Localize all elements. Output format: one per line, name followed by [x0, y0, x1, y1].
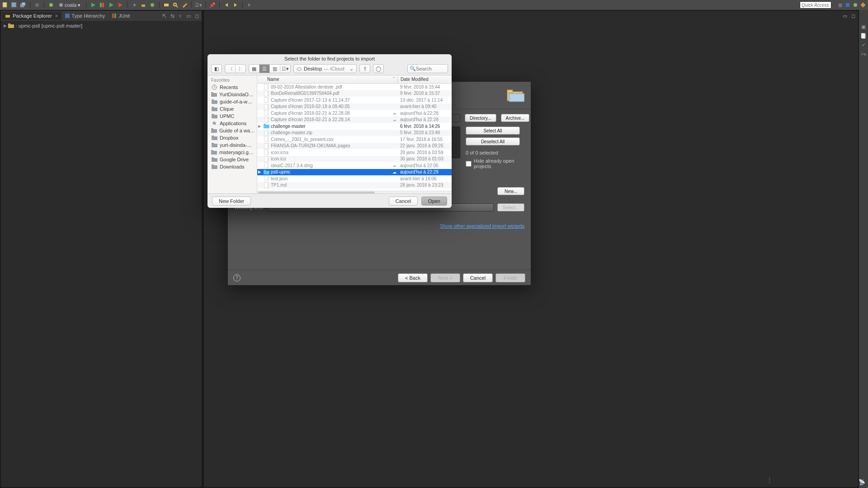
sidebar-item[interactable]: Downloads: [208, 163, 257, 170]
minimize-editor-icon[interactable]: ▭: [842, 13, 848, 19]
toggle-mark-icon[interactable]: ☰▾: [195, 2, 202, 8]
search-field[interactable]: 🔍: [407, 64, 448, 73]
link-editor-icon[interactable]: ⇆: [169, 13, 175, 19]
sidebar-item[interactable]: UPMC: [208, 113, 257, 120]
icon-view-button[interactable]: ▦: [249, 65, 259, 73]
cancel-button[interactable]: Cancel: [389, 197, 418, 206]
help-icon[interactable]: ?: [233, 274, 241, 282]
expand-arrow-icon[interactable]: ▶: [4, 23, 7, 28]
outline-icon[interactable]: 📑: [860, 33, 867, 39]
git-perspective-icon[interactable]: [860, 2, 866, 8]
date-column-header[interactable]: Date Modified: [397, 75, 452, 83]
location-popup[interactable]: Desktop — iCloud ⌄: [293, 64, 357, 73]
folder-row[interactable]: ▶challenge-master6 févr. 2018 à 14:26: [257, 123, 452, 130]
view-menu-icon[interactable]: ▿: [177, 13, 184, 19]
list-view-button[interactable]: ☰: [259, 65, 269, 73]
launch-config-combo[interactable]: coala ▾: [57, 2, 82, 8]
run-icon[interactable]: [90, 2, 96, 8]
search-icon[interactable]: [172, 2, 179, 8]
sidebar-item[interactable]: Recents: [208, 84, 257, 91]
sidebar-toggle-icon[interactable]: ◧: [212, 65, 222, 73]
perspective-switcher[interactable]: ⊞: [837, 2, 866, 8]
horizontal-scrollbar[interactable]: [257, 191, 452, 193]
nav-fwd2-icon[interactable]: [246, 2, 253, 8]
nav-forward-button[interactable]: 〉: [236, 65, 245, 73]
maximize-icon[interactable]: ◻: [193, 13, 200, 19]
restore-icon[interactable]: ▣: [860, 23, 867, 30]
external-tools-icon[interactable]: [117, 2, 123, 8]
skip-breakpoints-icon[interactable]: [34, 2, 40, 8]
run-last-icon[interactable]: [108, 2, 114, 8]
project-node[interactable]: ▶ › upmc-pstl [upmc-pstl master]: [4, 23, 199, 29]
debug-icon[interactable]: [48, 2, 54, 8]
tab-package-explorer[interactable]: Package Explorer ×: [2, 12, 61, 20]
sidebar-item[interactable]: yurt-disinda-…: [208, 141, 257, 149]
pin-icon[interactable]: 📌: [209, 2, 216, 8]
open-button[interactable]: Open: [421, 197, 447, 206]
share-button[interactable]: ⇪: [359, 64, 370, 73]
disclosure-triangle-icon[interactable]: ▶: [257, 170, 262, 174]
sidebar-item[interactable]: Dropbox: [208, 134, 257, 141]
open-perspective-icon[interactable]: ⊞: [837, 2, 843, 8]
open-type-icon[interactable]: [163, 2, 170, 8]
new-working-set-button[interactable]: New...: [497, 187, 524, 195]
other-wizards-link[interactable]: Show other specialized import wizards: [440, 223, 524, 229]
column-headers[interactable]: Nameˆ Date Modified: [257, 75, 452, 84]
file-rows[interactable]: 09-02-2018 Attestation dentiste .pdf9 fé…: [257, 84, 452, 191]
sidebar-item[interactable]: Applications: [208, 120, 257, 127]
annotate-icon[interactable]: [181, 2, 188, 8]
tasks-icon[interactable]: ✓: [860, 42, 867, 48]
new-folder-button[interactable]: New Folder: [212, 197, 251, 206]
tab-label: JUnit: [118, 13, 130, 19]
maximize-editor-icon[interactable]: ◻: [850, 13, 856, 19]
tab-junit[interactable]: JUnit: [108, 12, 133, 20]
svg-rect-51: [212, 158, 217, 162]
disclosure-triangle-icon[interactable]: ▶: [257, 124, 262, 128]
sidebar-item[interactable]: YurtDisindaO…: [208, 91, 257, 98]
sidebar-toggle[interactable]: ◧: [211, 64, 222, 73]
minimize-icon[interactable]: ▭: [185, 13, 192, 19]
java-perspective-icon[interactable]: [844, 2, 851, 8]
save-all-icon[interactable]: [20, 2, 26, 8]
save-icon[interactable]: [11, 2, 17, 8]
tab-type-hierarchy[interactable]: Type Hierarchy: [61, 12, 108, 20]
select-all-button[interactable]: Select All: [466, 127, 520, 135]
new-icon[interactable]: [2, 2, 8, 8]
svg-rect-8: [100, 3, 102, 7]
directory-button[interactable]: Directory...: [465, 114, 496, 122]
type-hierarchy-icon: [65, 14, 70, 18]
status-notification-icon[interactable]: 📡: [859, 479, 865, 485]
ant-icon[interactable]: 🐜: [860, 51, 867, 57]
quick-access[interactable]: [800, 1, 831, 9]
deselect-all-button[interactable]: Deselect All: [466, 137, 520, 145]
gallery-view-button[interactable]: ☷▾: [280, 65, 290, 73]
name-column-header[interactable]: Nameˆ: [257, 77, 397, 82]
hide-open-projects-checkbox[interactable]: Hide already open projects: [466, 158, 524, 169]
package-explorer-tree[interactable]: ▶ › upmc-pstl [upmc-pstl master]: [1, 21, 202, 31]
new-class-icon[interactable]: [149, 2, 156, 8]
tag-icon[interactable]: ◯: [373, 65, 383, 73]
sidebar-item[interactable]: Guide of a wa…: [208, 127, 257, 134]
sidebar-item[interactable]: Clique: [208, 105, 257, 113]
share-icon[interactable]: ⇪: [360, 65, 370, 73]
tags-button[interactable]: ◯: [373, 64, 384, 73]
coverage-icon[interactable]: [99, 2, 105, 8]
nav-back-button[interactable]: 〈: [225, 65, 235, 73]
folder-row[interactable]: ▶pstl-upmc☁aujourd'hui à 22:29: [257, 169, 452, 176]
sidebar-item[interactable]: misteryagci.g…: [208, 149, 257, 156]
sidebar-item[interactable]: Google Drive: [208, 156, 257, 163]
sidebar-item[interactable]: guide-of-a-w…: [208, 98, 257, 105]
overflow-indicator-icon[interactable]: ⋮: [766, 476, 773, 483]
close-icon[interactable]: ×: [55, 13, 58, 19]
quick-access-input[interactable]: [800, 1, 831, 9]
nav-back-icon[interactable]: [223, 2, 230, 8]
debug-perspective-icon[interactable]: [852, 2, 859, 8]
nav-forward-icon[interactable]: [232, 2, 239, 8]
column-view-button[interactable]: ▥: [270, 65, 280, 73]
cancel-button[interactable]: Cancel: [463, 273, 493, 282]
collapse-all-icon[interactable]: ⇱: [161, 13, 167, 19]
new-package-icon[interactable]: [140, 2, 146, 8]
archive-button[interactable]: Archive...: [501, 114, 530, 122]
back-button[interactable]: < Back: [398, 273, 428, 282]
new-java-project-icon[interactable]: ✦: [131, 2, 137, 8]
